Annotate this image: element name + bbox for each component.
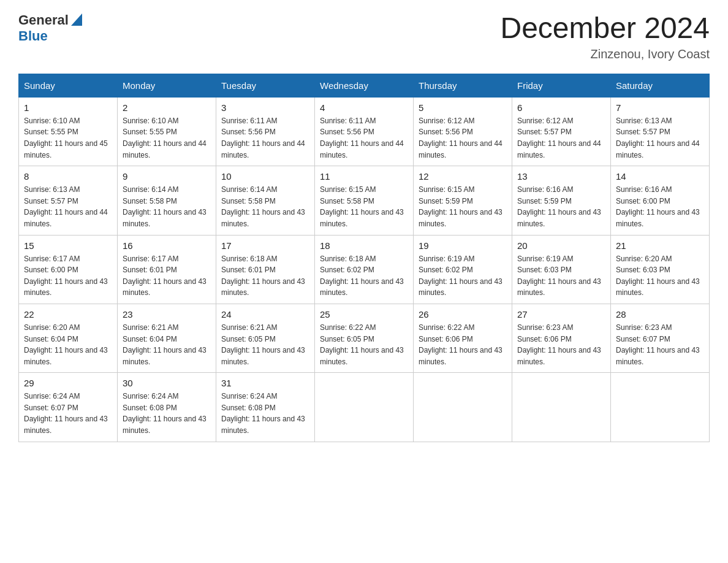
day-info: Sunrise: 6:18 AMSunset: 6:02 PMDaylight:…: [320, 255, 404, 297]
day-number: 3: [221, 102, 309, 113]
day-number: 29: [24, 378, 112, 388]
calendar-week-row: 22 Sunrise: 6:20 AMSunset: 6:04 PMDaylig…: [19, 304, 710, 372]
calendar-cell: 31 Sunrise: 6:24 AMSunset: 6:08 PMDaylig…: [216, 373, 315, 442]
day-number: 16: [123, 240, 211, 251]
day-number: 8: [24, 171, 112, 182]
calendar-cell: 15 Sunrise: 6:17 AMSunset: 6:00 PMDaylig…: [19, 235, 118, 304]
day-number: 12: [419, 171, 507, 182]
calendar-cell: 10 Sunrise: 6:14 AMSunset: 5:58 PMDaylig…: [216, 166, 315, 235]
day-info: Sunrise: 6:18 AMSunset: 6:01 PMDaylight:…: [221, 255, 305, 297]
calendar-cell: 7 Sunrise: 6:13 AMSunset: 5:57 PMDayligh…: [611, 97, 710, 166]
day-info: Sunrise: 6:24 AMSunset: 6:08 PMDaylight:…: [123, 392, 207, 435]
calendar-cell: 1 Sunrise: 6:10 AMSunset: 5:55 PMDayligh…: [19, 97, 118, 166]
calendar-cell: 2 Sunrise: 6:10 AMSunset: 5:55 PMDayligh…: [118, 97, 216, 166]
header-saturday: Saturday: [611, 74, 710, 97]
day-number: 31: [221, 378, 309, 388]
calendar-cell: 27 Sunrise: 6:23 AMSunset: 6:06 PMDaylig…: [512, 304, 611, 372]
calendar-week-row: 8 Sunrise: 6:13 AMSunset: 5:57 PMDayligh…: [19, 166, 710, 235]
calendar-cell: 12 Sunrise: 6:15 AMSunset: 5:59 PMDaylig…: [414, 166, 512, 235]
calendar-week-row: 15 Sunrise: 6:17 AMSunset: 6:00 PMDaylig…: [19, 235, 710, 304]
calendar-table: SundayMondayTuesdayWednesdayThursdayFrid…: [18, 74, 710, 442]
day-info: Sunrise: 6:20 AMSunset: 6:03 PMDaylight:…: [616, 255, 700, 297]
day-info: Sunrise: 6:14 AMSunset: 5:58 PMDaylight:…: [123, 185, 207, 228]
calendar-cell: 25 Sunrise: 6:22 AMSunset: 6:05 PMDaylig…: [315, 304, 414, 372]
day-info: Sunrise: 6:19 AMSunset: 6:02 PMDaylight:…: [419, 255, 502, 297]
day-info: Sunrise: 6:12 AMSunset: 5:57 PMDaylight:…: [517, 117, 601, 159]
calendar-cell: [414, 373, 512, 442]
title-section: December 2024 Zinzenou, Ivory Coast: [500, 12, 710, 61]
day-info: Sunrise: 6:14 AMSunset: 5:58 PMDaylight:…: [221, 185, 305, 228]
day-number: 2: [123, 102, 211, 113]
day-number: 13: [517, 171, 605, 182]
logo-triangle-icon: [71, 12, 82, 28]
day-number: 5: [419, 102, 507, 113]
calendar-cell: 22 Sunrise: 6:20 AMSunset: 6:04 PMDaylig…: [19, 304, 118, 372]
day-number: 19: [419, 240, 507, 251]
day-number: 25: [320, 309, 408, 320]
day-info: Sunrise: 6:16 AMSunset: 5:59 PMDaylight:…: [517, 185, 601, 228]
calendar-cell: 18 Sunrise: 6:18 AMSunset: 6:02 PMDaylig…: [315, 235, 414, 304]
calendar-cell: 21 Sunrise: 6:20 AMSunset: 6:03 PMDaylig…: [611, 235, 710, 304]
day-info: Sunrise: 6:21 AMSunset: 6:05 PMDaylight:…: [221, 323, 305, 366]
day-number: 14: [616, 171, 704, 182]
calendar-cell: [611, 373, 710, 442]
calendar-cell: 17 Sunrise: 6:18 AMSunset: 6:01 PMDaylig…: [216, 235, 315, 304]
calendar-cell: 30 Sunrise: 6:24 AMSunset: 6:08 PMDaylig…: [118, 373, 216, 442]
day-number: 10: [221, 171, 309, 182]
day-number: 20: [517, 240, 605, 251]
day-info: Sunrise: 6:20 AMSunset: 6:04 PMDaylight:…: [24, 323, 108, 366]
calendar-cell: 6 Sunrise: 6:12 AMSunset: 5:57 PMDayligh…: [512, 97, 611, 166]
location-text: Zinzenou, Ivory Coast: [500, 47, 710, 61]
day-number: 24: [221, 309, 309, 320]
day-info: Sunrise: 6:10 AMSunset: 5:55 PMDaylight:…: [123, 117, 207, 159]
calendar-cell: 16 Sunrise: 6:17 AMSunset: 6:01 PMDaylig…: [118, 235, 216, 304]
header-wednesday: Wednesday: [315, 74, 414, 97]
svg-marker-0: [71, 13, 82, 26]
day-number: 30: [123, 378, 211, 388]
logo-blue-text: Blue: [18, 28, 48, 44]
calendar-week-row: 1 Sunrise: 6:10 AMSunset: 5:55 PMDayligh…: [19, 97, 710, 166]
calendar-cell: 11 Sunrise: 6:15 AMSunset: 5:58 PMDaylig…: [315, 166, 414, 235]
day-info: Sunrise: 6:11 AMSunset: 5:56 PMDaylight:…: [221, 117, 305, 159]
calendar-cell: 29 Sunrise: 6:24 AMSunset: 6:07 PMDaylig…: [19, 373, 118, 442]
calendar-cell: 19 Sunrise: 6:19 AMSunset: 6:02 PMDaylig…: [414, 235, 512, 304]
calendar-cell: 26 Sunrise: 6:22 AMSunset: 6:06 PMDaylig…: [414, 304, 512, 372]
month-title: December 2024: [500, 12, 710, 45]
day-number: 9: [123, 171, 211, 182]
day-number: 22: [24, 309, 112, 320]
day-info: Sunrise: 6:23 AMSunset: 6:07 PMDaylight:…: [616, 323, 700, 366]
day-info: Sunrise: 6:12 AMSunset: 5:56 PMDaylight:…: [419, 117, 502, 159]
day-number: 26: [419, 309, 507, 320]
calendar-cell: 24 Sunrise: 6:21 AMSunset: 6:05 PMDaylig…: [216, 304, 315, 372]
day-info: Sunrise: 6:17 AMSunset: 6:00 PMDaylight:…: [24, 255, 108, 297]
day-number: 17: [221, 240, 309, 251]
day-number: 4: [320, 102, 408, 113]
calendar-cell: 20 Sunrise: 6:19 AMSunset: 6:03 PMDaylig…: [512, 235, 611, 304]
day-number: 1: [24, 102, 112, 113]
day-info: Sunrise: 6:21 AMSunset: 6:04 PMDaylight:…: [123, 323, 207, 366]
calendar-cell: 5 Sunrise: 6:12 AMSunset: 5:56 PMDayligh…: [414, 97, 512, 166]
calendar-cell: [315, 373, 414, 442]
header-friday: Friday: [512, 74, 611, 97]
day-info: Sunrise: 6:23 AMSunset: 6:06 PMDaylight:…: [517, 323, 601, 366]
day-number: 7: [616, 102, 704, 113]
day-info: Sunrise: 6:17 AMSunset: 6:01 PMDaylight:…: [123, 255, 207, 297]
day-info: Sunrise: 6:24 AMSunset: 6:07 PMDaylight:…: [24, 392, 108, 435]
calendar-cell: 8 Sunrise: 6:13 AMSunset: 5:57 PMDayligh…: [19, 166, 118, 235]
day-info: Sunrise: 6:13 AMSunset: 5:57 PMDaylight:…: [616, 117, 700, 159]
header-tuesday: Tuesday: [216, 74, 315, 97]
day-number: 6: [517, 102, 605, 113]
day-number: 27: [517, 309, 605, 320]
day-info: Sunrise: 6:24 AMSunset: 6:08 PMDaylight:…: [221, 392, 305, 435]
calendar-cell: [512, 373, 611, 442]
day-info: Sunrise: 6:15 AMSunset: 5:59 PMDaylight:…: [419, 185, 502, 228]
calendar-week-row: 29 Sunrise: 6:24 AMSunset: 6:07 PMDaylig…: [19, 373, 710, 442]
day-number: 11: [320, 171, 408, 182]
calendar-cell: 4 Sunrise: 6:11 AMSunset: 5:56 PMDayligh…: [315, 97, 414, 166]
day-info: Sunrise: 6:16 AMSunset: 6:00 PMDaylight:…: [616, 185, 700, 228]
day-number: 18: [320, 240, 408, 251]
header-monday: Monday: [118, 74, 216, 97]
calendar-cell: 9 Sunrise: 6:14 AMSunset: 5:58 PMDayligh…: [118, 166, 216, 235]
day-number: 28: [616, 309, 704, 320]
day-number: 15: [24, 240, 112, 251]
